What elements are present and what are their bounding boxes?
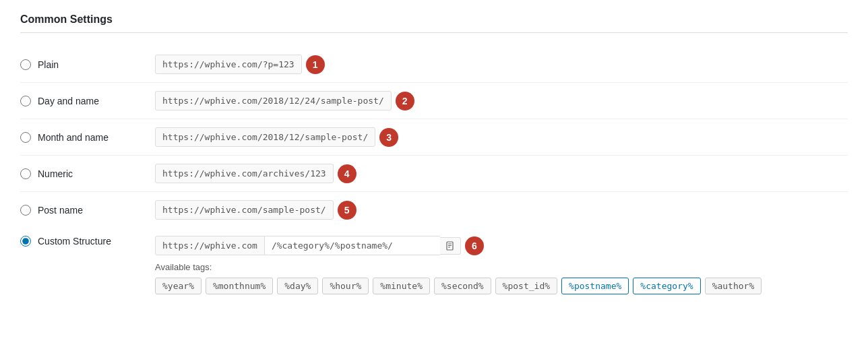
tag-btn-category[interactable]: %category% — [633, 278, 700, 294]
url-box-post-name: https://wphive.com/sample-post/ — [155, 200, 334, 220]
tag-btn-monthnum[interactable]: %monthnum% — [206, 278, 273, 294]
tag-btn-minute[interactable]: %minute% — [373, 278, 430, 294]
tag-btn-postname[interactable]: %postname% — [561, 278, 629, 294]
label-numeric: Numeric — [38, 168, 73, 179]
badge-post-name: 5 — [338, 201, 356, 220]
label-month-and-name: Month and name — [38, 132, 108, 143]
doc-icon[interactable] — [440, 237, 461, 255]
url-box-month-and-name: https://wphive.com/2018/12/sample-post/ — [155, 127, 375, 147]
radio-label-post-name[interactable]: Post name — [20, 205, 155, 216]
option-row-month-and-name: Month and name https://wphive.com/2018/1… — [20, 119, 848, 156]
custom-structure-row: Custom Structure https://wphive.com — [20, 228, 848, 302]
url-display-plain: https://wphive.com/?p=123 1 — [155, 55, 325, 74]
tag-btn-author[interactable]: %author% — [705, 278, 762, 294]
radio-label-numeric[interactable]: Numeric — [20, 168, 155, 179]
custom-structure-radio-label[interactable]: Custom Structure — [20, 236, 155, 247]
radio-label-plain[interactable]: Plain — [20, 59, 155, 70]
badge-month-and-name: 3 — [379, 128, 398, 147]
tag-btn-year[interactable]: %year% — [155, 278, 202, 294]
radio-month-and-name[interactable] — [20, 132, 31, 143]
url-box-plain: https://wphive.com/?p=123 — [155, 55, 302, 74]
tag-btn-day[interactable]: %day% — [277, 278, 318, 294]
custom-structure-url-display: https://wphive.com 6 — [155, 236, 848, 255]
radio-plain[interactable] — [20, 59, 31, 70]
available-tags-section: Available tags: %year%%monthnum%%day%%ho… — [155, 262, 848, 294]
radio-label-day-and-name[interactable]: Day and name — [20, 96, 155, 106]
custom-path-input[interactable] — [265, 236, 440, 255]
custom-structure-badge: 6 — [465, 236, 484, 255]
section-title: Common Settings — [20, 13, 848, 33]
url-box-numeric: https://wphive.com/archives/123 — [155, 164, 334, 183]
option-row-day-and-name: Day and name https://wphive.com/2018/12/… — [20, 83, 848, 119]
badge-day-and-name: 2 — [396, 92, 414, 110]
radio-day-and-name[interactable] — [20, 96, 31, 106]
tag-btn-post_id[interactable]: %post_id% — [495, 278, 557, 294]
radio-post-name[interactable] — [20, 205, 31, 216]
label-day-and-name: Day and name — [38, 96, 99, 106]
custom-structure-label: Custom Structure — [38, 236, 111, 247]
custom-base-url: https://wphive.com — [155, 236, 265, 255]
url-display-post-name: https://wphive.com/sample-post/ 5 — [155, 200, 356, 220]
badge-plain: 1 — [306, 55, 325, 74]
tags-list: %year%%monthnum%%day%%hour%%minute%%seco… — [155, 278, 848, 294]
custom-structure-content: https://wphive.com 6 Available tags: — [155, 236, 848, 294]
radio-numeric[interactable] — [20, 168, 31, 179]
option-row-post-name: Post name https://wphive.com/sample-post… — [20, 192, 848, 228]
url-box-day-and-name: https://wphive.com/2018/12/24/sample-pos… — [155, 91, 392, 110]
option-row-plain: Plain https://wphive.com/?p=123 1 — [20, 46, 848, 83]
option-row-numeric: Numeric https://wphive.com/archives/123 … — [20, 156, 848, 192]
url-display-numeric: https://wphive.com/archives/123 4 — [155, 164, 356, 183]
label-post-name: Post name — [38, 205, 83, 216]
custom-inputs: https://wphive.com — [155, 236, 461, 255]
label-plain: Plain — [38, 59, 59, 70]
tag-btn-hour[interactable]: %hour% — [322, 278, 369, 294]
url-display-month-and-name: https://wphive.com/2018/12/sample-post/ … — [155, 127, 398, 147]
url-display-day-and-name: https://wphive.com/2018/12/24/sample-pos… — [155, 91, 414, 110]
badge-numeric: 4 — [338, 164, 356, 183]
radio-label-month-and-name[interactable]: Month and name — [20, 132, 155, 143]
available-tags-label: Available tags: — [155, 262, 848, 272]
tag-btn-second[interactable]: %second% — [434, 278, 491, 294]
custom-structure-radio[interactable] — [20, 236, 31, 247]
